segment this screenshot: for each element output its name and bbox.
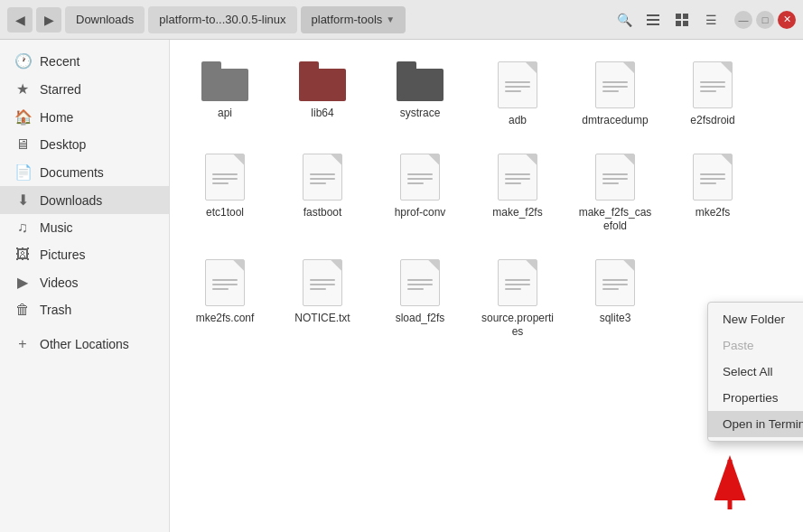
ctx-new-folder[interactable]: New Folder Shift+Ctrl+N bbox=[708, 306, 803, 332]
sidebar-item-other-locations[interactable]: + Other Locations bbox=[0, 331, 169, 358]
notice-txt-label: NOTICE.txt bbox=[294, 312, 350, 326]
context-menu: New Folder Shift+Ctrl+N Paste Select All… bbox=[707, 302, 803, 442]
etc1tool-label: etc1tool bbox=[206, 206, 244, 220]
svg-rect-5 bbox=[676, 21, 681, 26]
tab-downloads-label: Downloads bbox=[76, 13, 134, 26]
sidebar-item-music[interactable]: ♫ Music bbox=[0, 214, 169, 241]
sqlite3-file-icon bbox=[595, 259, 635, 306]
make-f2fs-casefold-file-icon bbox=[595, 154, 635, 201]
sidebar-item-recent[interactable]: 🕐 Recent bbox=[0, 47, 169, 75]
file-item-lib64[interactable]: lib64 bbox=[282, 54, 363, 135]
file-item-make-f2fs[interactable]: make_f2fs bbox=[477, 146, 558, 241]
file-item-api[interactable]: api bbox=[184, 54, 266, 135]
file-item-sqlite3[interactable]: sqlite3 bbox=[574, 252, 656, 347]
file-item-systrace[interactable]: systrace bbox=[379, 54, 461, 135]
svg-rect-1 bbox=[647, 19, 659, 21]
sidebar-item-starred-label: Starred bbox=[40, 82, 154, 97]
titlebar-actions: 🔍 ☰ — □ ✕ bbox=[612, 7, 796, 33]
maximize-button[interactable]: □ bbox=[756, 11, 774, 29]
tab-platform-tools-label: platform-tools bbox=[312, 13, 383, 26]
sidebar-item-trash[interactable]: 🗑 Trash bbox=[0, 296, 169, 323]
sidebar-item-videos-label: Videos bbox=[40, 275, 154, 290]
svg-rect-6 bbox=[683, 21, 688, 26]
sidebar-item-pictures[interactable]: 🖼 Pictures bbox=[0, 241, 169, 268]
menu-button[interactable]: ☰ bbox=[698, 7, 724, 33]
main-layout: 🕐 Recent ★ Starred 🏠 Home 🖥 Desktop 📄 Do… bbox=[0, 40, 803, 532]
systrace-folder-icon bbox=[397, 61, 444, 101]
make-f2fs-label: make_f2fs bbox=[492, 206, 542, 220]
e2fsdroid-label: e2fsdroid bbox=[690, 114, 734, 128]
window-controls: — □ ✕ bbox=[734, 11, 796, 29]
mke2fs-conf-label: mke2fs.conf bbox=[196, 312, 255, 326]
mke2fs-file-icon bbox=[693, 154, 733, 201]
sidebar-item-documents[interactable]: 📄 Documents bbox=[0, 158, 169, 186]
grid-view-button[interactable] bbox=[669, 7, 695, 33]
search-button[interactable]: 🔍 bbox=[612, 7, 637, 33]
desktop-icon: 🖥 bbox=[14, 136, 31, 153]
dmtracedump-file-icon bbox=[595, 61, 635, 108]
minimize-button[interactable]: — bbox=[734, 11, 752, 29]
tab-downloads[interactable]: Downloads bbox=[65, 6, 145, 33]
file-item-mke2fs-conf[interactable]: mke2fs.conf bbox=[184, 252, 266, 347]
file-item-hprof-conv[interactable]: hprof-conv bbox=[379, 146, 461, 241]
tab-platform-tools-zip-label: platform-to...30.0.5-linux bbox=[159, 13, 285, 26]
notice-txt-file-icon bbox=[303, 259, 342, 306]
file-item-fastboot[interactable]: fastboot bbox=[282, 146, 363, 241]
downloads-icon: ⬇ bbox=[14, 191, 31, 209]
ctx-new-folder-label: New Folder bbox=[723, 313, 785, 326]
hprof-conv-file-icon bbox=[400, 154, 440, 201]
sidebar-item-downloads-label: Downloads bbox=[40, 193, 154, 208]
file-item-etc1tool[interactable]: etc1tool bbox=[184, 146, 266, 241]
star-icon: ★ bbox=[14, 80, 31, 98]
back-button[interactable]: ◀ bbox=[7, 7, 33, 33]
adb-label: adb bbox=[509, 114, 527, 128]
file-item-e2fsdroid[interactable]: e2fsdroid bbox=[672, 54, 753, 135]
sidebar-item-home[interactable]: 🏠 Home bbox=[0, 103, 169, 131]
file-item-mke2fs[interactable]: mke2fs bbox=[672, 146, 753, 241]
file-item-source-properties[interactable]: source.properties bbox=[477, 252, 558, 347]
tab-platform-tools[interactable]: platform-tools ▼ bbox=[301, 6, 406, 33]
sidebar-item-other-locations-label: Other Locations bbox=[40, 337, 154, 351]
pictures-icon: 🖼 bbox=[14, 247, 31, 263]
sidebar-item-music-label: Music bbox=[40, 220, 154, 235]
source-properties-label: source.properties bbox=[481, 312, 555, 340]
sidebar-item-desktop[interactable]: 🖥 Desktop bbox=[0, 131, 169, 158]
mke2fs-conf-file-icon bbox=[205, 259, 245, 306]
file-item-notice-txt[interactable]: NOTICE.txt bbox=[282, 252, 363, 347]
sidebar: 🕐 Recent ★ Starred 🏠 Home 🖥 Desktop 📄 Do… bbox=[0, 40, 170, 532]
file-item-adb[interactable]: adb bbox=[477, 54, 558, 135]
ctx-paste: Paste bbox=[708, 332, 803, 359]
file-item-dmtracedump[interactable]: dmtracedump bbox=[574, 54, 656, 135]
lib64-folder-icon bbox=[299, 61, 346, 101]
close-button[interactable]: ✕ bbox=[778, 11, 796, 29]
fastboot-file-icon bbox=[303, 154, 342, 201]
sidebar-item-starred[interactable]: ★ Starred bbox=[0, 75, 169, 103]
ctx-open-in-terminal[interactable]: Open in Terminal bbox=[708, 411, 803, 437]
ctx-select-all[interactable]: Select All Ctrl+A bbox=[708, 359, 803, 385]
forward-button[interactable]: ▶ bbox=[36, 7, 61, 33]
file-area[interactable]: api lib64 bbox=[170, 40, 803, 532]
list-view-button[interactable] bbox=[640, 7, 666, 33]
sload-f2fs-label: sload_f2fs bbox=[396, 312, 445, 326]
mke2fs-label: mke2fs bbox=[696, 206, 731, 220]
sqlite3-label: sqlite3 bbox=[600, 312, 631, 326]
sidebar-item-videos[interactable]: ▶ Videos bbox=[0, 268, 169, 296]
sidebar-item-home-label: Home bbox=[40, 110, 154, 125]
e2fsdroid-file-icon bbox=[693, 61, 733, 108]
tab-platform-tools-zip[interactable]: platform-to...30.0.5-linux bbox=[148, 6, 296, 33]
api-label: api bbox=[218, 107, 232, 121]
fastboot-label: fastboot bbox=[303, 206, 342, 220]
file-item-sload-f2fs[interactable]: sload_f2fs bbox=[379, 252, 461, 347]
ctx-properties[interactable]: Properties bbox=[708, 385, 803, 411]
annotation-arrow bbox=[694, 442, 766, 514]
adb-file-icon bbox=[498, 61, 537, 108]
titlebar: ◀ ▶ Downloads platform-to...30.0.5-linux… bbox=[0, 0, 803, 40]
music-icon: ♫ bbox=[14, 219, 31, 236]
ctx-open-in-terminal-label: Open in Terminal bbox=[723, 417, 803, 431]
tab-dropdown-arrow: ▼ bbox=[386, 14, 395, 24]
file-item-make-f2fs-casefold[interactable]: make_f2fs_casefold bbox=[574, 146, 656, 241]
sidebar-item-downloads[interactable]: ⬇ Downloads bbox=[0, 186, 169, 214]
sload-f2fs-file-icon bbox=[400, 259, 440, 306]
api-folder-icon bbox=[201, 61, 248, 101]
svg-rect-3 bbox=[676, 14, 681, 19]
